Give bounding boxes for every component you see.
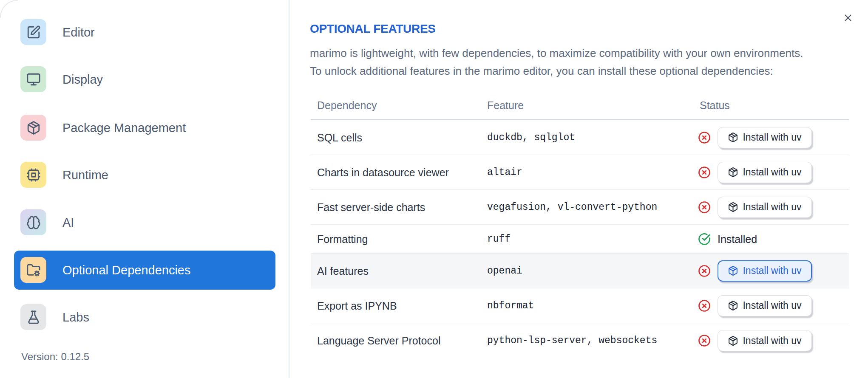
package-icon [728, 202, 738, 212]
package-icon [728, 265, 738, 276]
table-header: Dependency Feature Status [311, 91, 849, 120]
sidebar-item-optional-dependencies[interactable]: Optional Dependencies [14, 251, 275, 290]
settings-sidebar: Editor Display Package Management Runtim… [0, 0, 289, 378]
sidebar-item-labs[interactable]: Labs [14, 298, 275, 337]
sidebar-item-label: Package Management [62, 121, 186, 135]
close-icon[interactable] [842, 12, 854, 24]
dependency-cell: Fast server-side charts [317, 201, 425, 213]
package-icon [728, 132, 738, 143]
sidebar-item-label: AI [62, 216, 74, 230]
column-header-status: Status [700, 99, 730, 112]
description: marimo is lightweight, with few dependen… [310, 44, 803, 80]
edit-square-icon [20, 19, 46, 45]
table-row: AI features openai Install with uv [311, 254, 849, 288]
table-row: Export as IPYNB nbformat Install with uv [311, 288, 849, 323]
optional-dependencies-table: Dependency Feature Status SQL cells duck… [311, 91, 849, 358]
install-button-label: Install with uv [743, 132, 801, 143]
dependency-cell: Export as IPYNB [317, 299, 397, 312]
description-line: To unlock additional features in the mar… [310, 62, 803, 80]
column-header-dependency: Dependency [317, 99, 377, 112]
status-not-installed-icon [698, 334, 711, 347]
package-icon [728, 336, 738, 346]
feature-cell: openai [487, 265, 522, 276]
page-title: OPTIONAL FEATURES [310, 22, 436, 36]
install-button-label: Install with uv [743, 335, 801, 347]
status-not-installed-icon [698, 166, 711, 179]
dependency-cell: Formatting [317, 233, 368, 245]
sidebar-item-ai[interactable]: AI [14, 203, 275, 242]
dependency-cell: Charts in datasource viewer [317, 166, 449, 178]
dependency-cell: AI features [317, 265, 369, 277]
table-row: SQL cells duckdb, sqlglot Install with u… [311, 120, 849, 155]
feature-cell: ruff [487, 234, 511, 245]
description-line: marimo is lightweight, with few dependen… [310, 44, 803, 62]
table-row: Fast server-side charts vegafusion, vl-c… [311, 190, 849, 225]
cpu-icon [20, 162, 46, 188]
status-installed-label: Installed [718, 233, 757, 245]
sidebar-item-label: Display [62, 73, 103, 87]
feature-cell: nbformat [487, 300, 534, 311]
table-row: Language Server Protocol python-lsp-serv… [311, 323, 849, 358]
install-button-label: Install with uv [743, 265, 801, 276]
install-button-label: Install with uv [743, 201, 801, 213]
settings-dialog: Editor Display Package Management Runtim… [0, 0, 868, 378]
version-label: Version: 0.12.5 [21, 351, 89, 363]
sidebar-item-label: Editor [62, 25, 95, 39]
flask-icon [20, 304, 46, 330]
sidebar-divider [289, 0, 289, 378]
feature-cell: duckdb, sqlglot [487, 132, 575, 143]
status-not-installed-icon [698, 299, 711, 312]
package-icon [728, 167, 738, 178]
feature-cell: python-lsp-server, websockets [487, 335, 657, 346]
folder-cog-icon [20, 257, 46, 283]
sidebar-item-label: Runtime [62, 168, 108, 182]
table-row: Formatting ruff Installed [311, 225, 849, 254]
table-row: Charts in datasource viewer altair Insta… [311, 155, 849, 190]
install-with-uv-button[interactable]: Install with uv [718, 330, 812, 351]
brain-icon [20, 209, 46, 235]
status-installed-icon [698, 233, 711, 245]
install-button-label: Install with uv [743, 300, 801, 311]
install-button-label: Install with uv [743, 166, 801, 178]
sidebar-item-editor[interactable]: Editor [14, 13, 275, 52]
feature-cell: altair [487, 167, 522, 178]
dependency-cell: Language Server Protocol [317, 335, 440, 347]
package-icon [728, 300, 738, 311]
install-with-uv-button[interactable]: Install with uv [718, 295, 812, 316]
install-with-uv-button[interactable]: Install with uv [718, 197, 812, 218]
monitor-icon [20, 66, 46, 92]
install-with-uv-button[interactable]: Install with uv [718, 260, 812, 282]
status-not-installed-icon [698, 131, 711, 144]
sidebar-item-label: Labs [62, 310, 89, 324]
install-with-uv-button[interactable]: Install with uv [718, 127, 812, 148]
sidebar-item-package-management[interactable]: Package Management [14, 108, 275, 147]
sidebar-item-runtime[interactable]: Runtime [14, 155, 275, 195]
sidebar-item-label: Optional Dependencies [62, 263, 190, 277]
status-not-installed-icon [698, 201, 711, 214]
dependency-cell: SQL cells [317, 131, 362, 144]
feature-cell: vegafusion, vl-convert-python [487, 202, 657, 213]
install-with-uv-button[interactable]: Install with uv [718, 162, 812, 183]
package-icon [20, 115, 46, 141]
column-header-feature: Feature [487, 99, 524, 112]
status-not-installed-icon [698, 265, 711, 277]
sidebar-item-display[interactable]: Display [14, 60, 275, 99]
